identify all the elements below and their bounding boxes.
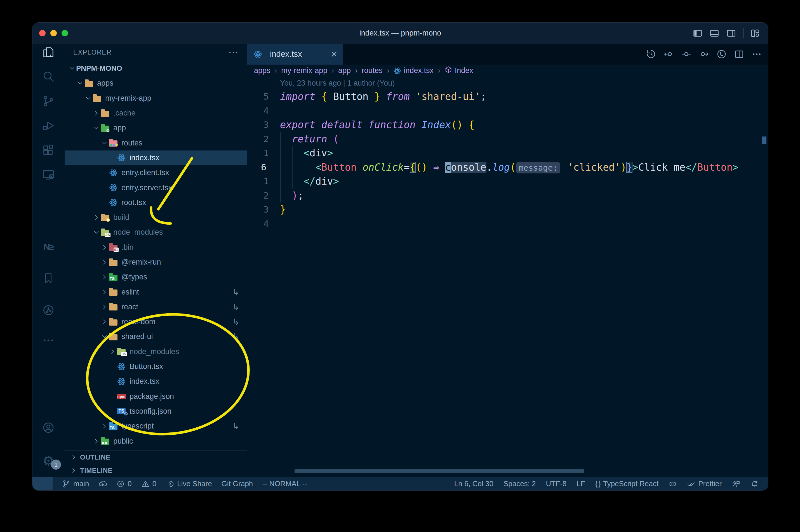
tree-item-react-dom[interactable]: react-dom↳: [65, 315, 247, 329]
chevron-down-icon[interactable]: [92, 124, 100, 132]
activity-search[interactable]: [33, 68, 64, 85]
activity-git-graph[interactable]: [33, 302, 64, 319]
chevron-right-icon[interactable]: [100, 318, 109, 326]
activity-settings[interactable]: ⚙1: [33, 452, 64, 470]
tree-item-types[interactable]: TS@types: [65, 270, 247, 284]
tree-item-node-modules[interactable]: JSnode_modules: [65, 225, 247, 240]
status-notifications[interactable]: [750, 477, 759, 490]
tree-item-entry-client-tsx[interactable]: entry.client.tsx: [65, 165, 247, 180]
tree-item-remix-run[interactable]: @remix-run: [65, 255, 247, 270]
tree-item-node-modules[interactable]: JSnode_modules: [65, 344, 247, 359]
tree-item-index-tsx[interactable]: index.tsx: [65, 151, 247, 165]
chevron-right-icon[interactable]: [100, 258, 109, 267]
activity-extensions[interactable]: [33, 141, 64, 159]
more-actions-icon[interactable]: ⋯: [228, 50, 238, 55]
status-feedback[interactable]: [732, 477, 740, 490]
customize-layout-icon[interactable]: [750, 28, 760, 38]
close-icon[interactable]: ×: [331, 49, 337, 59]
tab-index-tsx[interactable]: index.tsx ×: [247, 44, 343, 64]
activity-run-debug[interactable]: [33, 117, 64, 134]
tree-item-routes[interactable]: routes: [65, 135, 247, 150]
chevron-right-icon[interactable]: [100, 243, 109, 251]
close-button[interactable]: [39, 30, 45, 36]
section-outline[interactable]: OUTLINE: [65, 450, 247, 464]
chevron-right-icon[interactable]: [100, 288, 109, 296]
status-git-graph[interactable]: Git Graph: [222, 477, 253, 490]
activity-source-control[interactable]: [33, 92, 64, 110]
status-errors[interactable]: 0: [116, 477, 132, 490]
breadcrumb-item-apps[interactable]: apps: [254, 66, 270, 75]
tree-item-public[interactable]: public: [65, 434, 247, 449]
current-change-icon[interactable]: [681, 49, 691, 59]
tree-item-app[interactable]: ⚙app: [65, 120, 247, 135]
chevron-right-icon[interactable]: [92, 213, 100, 222]
section-timeline[interactable]: TIMELINE: [65, 464, 247, 477]
tree-item-shared-ui[interactable]: shared-ui↳: [65, 329, 247, 344]
tree-item-pnpm-mono[interactable]: PNPM-MONO: [65, 61, 247, 76]
activity-bookmarks[interactable]: [33, 270, 64, 287]
tree-item-entry-server-tsx[interactable]: entry.server.tsx: [65, 180, 247, 195]
status-vim-mode[interactable]: -- NORMAL --: [262, 477, 307, 490]
split-editor-icon[interactable]: [734, 49, 744, 59]
chevron-right-icon[interactable]: [100, 273, 109, 281]
tree-item-typescript[interactable]: TStypescript↳: [65, 419, 247, 434]
tree-item-apps[interactable]: apps: [65, 76, 247, 91]
chevron-right-icon[interactable]: [108, 347, 117, 356]
remote-indicator[interactable]: [33, 477, 53, 490]
minimize-button[interactable]: [50, 30, 57, 36]
status-indentation[interactable]: Spaces: 2: [503, 477, 536, 490]
tree-item-cache[interactable]: .cache: [65, 106, 247, 120]
toggle-panel-icon[interactable]: [709, 28, 720, 38]
status-encoding[interactable]: UTF-8: [546, 477, 567, 490]
code-token: .: [487, 162, 492, 173]
tree-item-index-tsx[interactable]: index.tsx: [65, 374, 247, 389]
status-live-share[interactable]: Live Share: [166, 477, 212, 490]
activity-remote-explorer[interactable]: [33, 166, 64, 184]
tree-item-react[interactable]: react↳: [65, 300, 247, 315]
chevron-down-icon[interactable]: [92, 228, 100, 236]
horizontal-scrollbar[interactable]: [294, 469, 584, 473]
breadcrumb-item-my-remix-app[interactable]: my-remix-app: [281, 66, 327, 75]
prev-change-icon[interactable]: [664, 49, 674, 59]
status-publish[interactable]: [98, 477, 107, 490]
activity-more[interactable]: [33, 332, 64, 349]
tree-item-root-tsx[interactable]: root.tsx: [65, 195, 247, 210]
tree-item-my-remix-app[interactable]: my-remix-app: [65, 91, 247, 106]
toggle-secondary-sidebar-icon[interactable]: [726, 28, 736, 38]
breadcrumb-item-app[interactable]: app: [338, 66, 351, 75]
zoom-button[interactable]: [61, 30, 68, 36]
next-change-icon[interactable]: [699, 49, 709, 59]
breadcrumb-item-routes[interactable]: routes: [362, 66, 383, 75]
git-circle-icon[interactable]: [716, 49, 727, 59]
status-cursor-position[interactable]: Ln 6, Col 30: [454, 477, 493, 490]
status-language-mode[interactable]: { }TypeScript React: [595, 477, 659, 490]
activity-nx-console[interactable]: N≥: [33, 238, 64, 255]
status-warnings[interactable]: 0: [141, 477, 156, 490]
tree-item-package-json[interactable]: npmpackage.json: [65, 389, 247, 404]
chevron-right-icon[interactable]: [92, 437, 100, 445]
tree-item-tsconfig-json[interactable]: TS⚙tsconfig.json: [65, 404, 247, 419]
breadcrumb-item-index-tsx[interactable]: index.tsx: [393, 66, 434, 75]
status-branch[interactable]: main: [62, 477, 89, 490]
chevron-down-icon[interactable]: [68, 64, 76, 73]
timeline-history-icon[interactable]: [646, 49, 656, 59]
tree-item-bin[interactable]: 01.bin: [65, 240, 247, 255]
chevron-right-icon[interactable]: [100, 422, 109, 431]
chevron-down-icon[interactable]: [100, 332, 109, 341]
chevron-down-icon[interactable]: [100, 139, 109, 147]
chevron-down-icon[interactable]: [76, 79, 84, 88]
chevron-down-icon[interactable]: [84, 94, 92, 102]
status-eol[interactable]: LF: [576, 477, 585, 490]
status-copilot[interactable]: [668, 477, 677, 490]
more-icon[interactable]: [751, 49, 762, 59]
activity-explorer[interactable]: [33, 44, 64, 61]
chevron-right-icon[interactable]: [92, 109, 100, 117]
status-formatter[interactable]: Prettier: [687, 477, 722, 490]
activity-account[interactable]: [33, 419, 64, 436]
chevron-right-icon[interactable]: [100, 303, 109, 311]
tree-item-button-tsx[interactable]: Button.tsx: [65, 359, 247, 374]
breadcrumb-item-index[interactable]: Index: [444, 66, 473, 76]
toggle-primary-sidebar-icon[interactable]: [692, 28, 703, 38]
tree-item-build[interactable]: build: [65, 210, 247, 225]
tree-item-eslint[interactable]: eslint↳: [65, 284, 247, 299]
